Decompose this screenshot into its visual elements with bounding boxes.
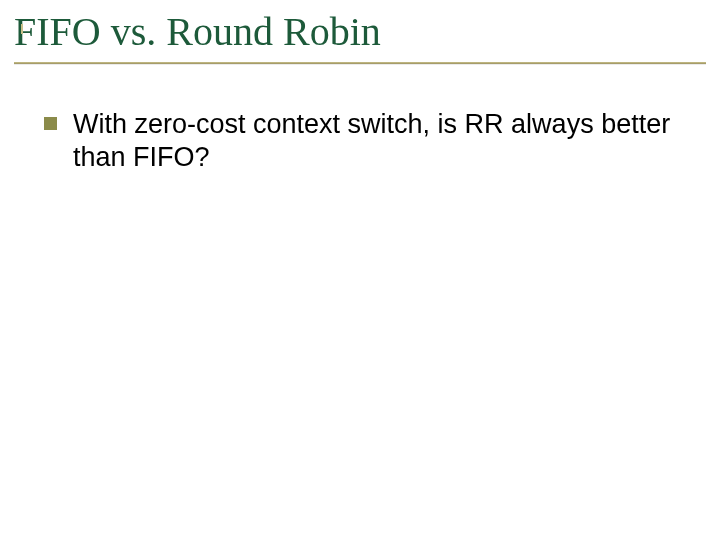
bullet-text: With zero-cost context switch, is RR alw…: [73, 108, 680, 174]
title-area: FIFO vs. Round Robin: [14, 10, 706, 64]
slide-title: FIFO vs. Round Robin: [14, 10, 706, 60]
title-rule-line: [14, 62, 706, 64]
list-item: With zero-cost context switch, is RR alw…: [44, 108, 680, 174]
slide: FIFO vs. Round Robin With zero-cost cont…: [0, 0, 720, 540]
body-area: With zero-cost context switch, is RR alw…: [44, 108, 680, 174]
square-bullet-icon: [44, 117, 57, 130]
title-rule-stem: [21, 24, 23, 34]
title-rule: [14, 62, 706, 64]
